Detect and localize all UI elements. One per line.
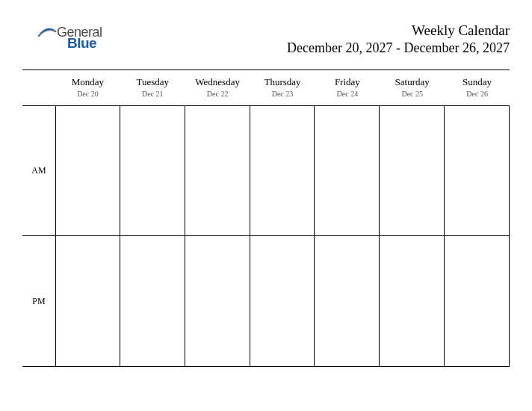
calendar-cell xyxy=(55,236,120,367)
page-title: Weekly Calendar xyxy=(287,22,510,39)
time-labels-column: AM PM xyxy=(22,105,55,367)
calendar-cell xyxy=(250,105,315,236)
calendar-cell xyxy=(250,236,315,367)
day-date: Dec 20 xyxy=(55,90,120,98)
calendar-cell xyxy=(185,105,250,236)
day-header-sunday: Sunday Dec 26 xyxy=(445,76,510,98)
day-name: Wednesday xyxy=(185,76,250,88)
day-date: Dec 21 xyxy=(120,90,185,98)
calendar-cell xyxy=(185,236,250,367)
day-name: Thursday xyxy=(250,76,315,88)
date-range: December 20, 2027 - December 26, 2027 xyxy=(287,40,510,56)
calendar-cell xyxy=(55,105,120,236)
day-header-saturday: Saturday Dec 25 xyxy=(380,76,445,98)
calendar-cell xyxy=(315,105,380,236)
day-header-wednesday: Wednesday Dec 22 xyxy=(185,76,250,98)
time-label-pm: PM xyxy=(22,236,55,367)
title-block: Weekly Calendar December 20, 2027 - Dece… xyxy=(287,22,510,56)
calendar-cell xyxy=(120,236,185,367)
calendar-cell xyxy=(445,236,510,367)
day-date: Dec 25 xyxy=(380,90,445,98)
logo-text-blue: Blue xyxy=(67,36,96,50)
day-name: Saturday xyxy=(380,76,445,88)
day-header-friday: Friday Dec 24 xyxy=(315,76,380,98)
day-header-tuesday: Tuesday Dec 21 xyxy=(120,76,185,98)
calendar-cell xyxy=(120,105,185,236)
page-header: General Blue Weekly Calendar December 20… xyxy=(22,22,510,56)
calendar-cell xyxy=(380,236,445,367)
day-name: Tuesday xyxy=(120,76,185,88)
day-headers-row: Monday Dec 20 Tuesday Dec 21 Wednesday D… xyxy=(55,76,510,98)
day-date: Dec 23 xyxy=(250,90,315,98)
calendar-cells xyxy=(55,105,510,367)
logo-swoosh-icon xyxy=(37,27,57,37)
day-date: Dec 24 xyxy=(315,90,380,98)
day-name: Monday xyxy=(55,76,120,88)
calendar: Monday Dec 20 Tuesday Dec 21 Wednesday D… xyxy=(22,69,510,367)
day-name: Friday xyxy=(315,76,380,88)
day-date: Dec 22 xyxy=(185,90,250,98)
calendar-cell xyxy=(380,105,445,236)
calendar-cell xyxy=(445,105,510,236)
day-date: Dec 26 xyxy=(445,90,510,98)
day-header-monday: Monday Dec 20 xyxy=(55,76,120,98)
generalblue-logo: General Blue xyxy=(37,25,102,50)
day-header-thursday: Thursday Dec 23 xyxy=(250,76,315,98)
day-name: Sunday xyxy=(445,76,510,88)
calendar-grid: AM PM xyxy=(22,105,510,367)
calendar-cell xyxy=(315,236,380,367)
time-label-am: AM xyxy=(22,105,55,236)
